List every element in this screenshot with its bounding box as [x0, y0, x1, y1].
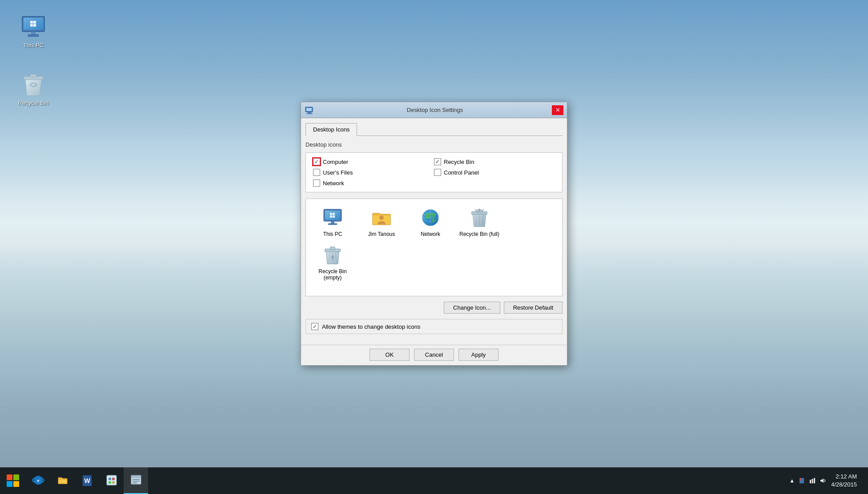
recycle-bin-checkbox-wrap: Recycle Bin — [434, 158, 555, 165]
svg-rect-59 — [131, 475, 141, 478]
icons-grid: This PC — [310, 203, 558, 241]
dialog-title-icon — [305, 105, 314, 115]
svg-rect-64 — [800, 478, 802, 481]
svg-rect-21 — [330, 213, 332, 215]
windows-logo — [7, 474, 19, 487]
taskbar-item-settings[interactable] — [124, 467, 148, 494]
flag-icon — [798, 477, 805, 484]
volume-tray-icon — [820, 477, 827, 484]
tab-desktop-icons[interactable]: Desktop Icons — [305, 123, 357, 136]
jim-tanous-grid-icon — [371, 207, 392, 228]
ok-button[interactable]: OK — [370, 349, 410, 361]
win-logo-green — [13, 474, 19, 480]
allow-themes-label: Allow themes to change desktop icons — [322, 323, 420, 330]
recycle-empty-grid-icon — [322, 244, 343, 266]
control-panel-checkbox-wrap: Control Panel — [434, 169, 555, 176]
grid-icon-this-pc-label: This PC — [323, 231, 342, 237]
dialog-bottom-buttons: OK Cancel Apply — [301, 345, 567, 365]
taskbar-item-word[interactable]: W — [75, 467, 99, 494]
apply-button[interactable]: Apply — [458, 349, 498, 361]
cancel-button[interactable]: Cancel — [414, 349, 454, 361]
svg-rect-23 — [330, 215, 332, 218]
win-logo-red — [7, 474, 12, 480]
grid-icon-recycle-empty[interactable]: Recycle Bin (empty) — [310, 241, 355, 284]
users-files-checkbox[interactable] — [313, 169, 320, 176]
grid-icon-jim-tanous[interactable]: Jim Tanous — [359, 203, 404, 241]
svg-rect-15 — [308, 112, 311, 113]
svg-rect-62 — [133, 482, 137, 483]
checkbox-row-1: Computer Recycle Bin — [313, 158, 555, 165]
svg-rect-66 — [812, 479, 813, 483]
taskbar-clock[interactable]: 2:12 AM 4/28/2015 — [831, 473, 861, 489]
restore-default-button[interactable]: Restore Default — [504, 302, 563, 314]
grid-icon-network[interactable]: Network — [408, 203, 453, 241]
svg-rect-20 — [328, 223, 337, 225]
svg-point-55 — [112, 478, 115, 480]
this-pc-grid-icon — [322, 207, 343, 228]
win-logo-blue — [7, 481, 12, 487]
change-icon-button[interactable]: Change Icon... — [444, 302, 500, 314]
start-button[interactable] — [0, 468, 26, 494]
taskbar-item-file-explorer[interactable] — [50, 467, 75, 494]
grid-icon-this-pc[interactable]: This PC — [310, 203, 355, 241]
recycle-bin-checkbox[interactable] — [434, 158, 441, 165]
svg-point-57 — [112, 481, 115, 484]
checkbox-row-3: Network — [313, 179, 555, 187]
dialog-tabs: Desktop Icons — [305, 123, 563, 136]
win-logo-yellow — [13, 481, 19, 487]
network-checkbox-wrap: Network — [313, 179, 434, 187]
allow-themes-checkbox[interactable] — [311, 323, 318, 330]
svg-rect-18 — [325, 211, 340, 220]
computer-checkbox[interactable] — [313, 158, 320, 165]
svg-rect-67 — [814, 478, 815, 483]
tray-expand[interactable]: ▲ — [789, 478, 795, 484]
grid-icon-recycle-full-label: Recycle Bin (full) — [459, 231, 499, 237]
svg-rect-19 — [331, 221, 334, 223]
recycle-full-grid-icon — [469, 207, 490, 228]
grid-icon-network-label: Network — [421, 231, 440, 237]
clock-date: 4/28/2015 — [831, 481, 857, 489]
clock-time: 2:12 AM — [831, 473, 857, 481]
grid-icon-jim-tanous-label: Jim Tanous — [368, 231, 395, 237]
allow-themes-row: Allow themes to change desktop icons — [305, 319, 563, 334]
icons-grid-section: This PC — [305, 199, 563, 296]
checkboxes-section: Computer Recycle Bin User's Files — [305, 152, 563, 192]
dialog-titlebar: Desktop Icon Settings ✕ — [301, 102, 567, 118]
computer-label: Computer — [323, 159, 348, 165]
svg-rect-44 — [330, 247, 335, 250]
svg-text:W: W — [84, 477, 90, 484]
taskbar-tray: ▲ 2:12 AM 4/ — [789, 473, 868, 489]
icons-grid-row2: Recycle Bin (empty) — [310, 241, 558, 284]
network-label: Network — [323, 180, 344, 187]
dialog-body: Desktop Icons Desktop icons Computer — [301, 118, 567, 345]
svg-point-25 — [379, 215, 384, 220]
tray-icons: ▲ — [789, 477, 827, 484]
dialog-close-button[interactable]: ✕ — [552, 105, 563, 115]
svg-text:e: e — [37, 478, 39, 483]
recycle-bin-label: Recycle Bin — [444, 159, 474, 165]
taskbar-items: e W — [26, 467, 789, 494]
svg-point-28 — [430, 213, 435, 217]
svg-line-36 — [475, 209, 477, 212]
checkbox-row-2: User's Files Control Panel — [313, 169, 555, 176]
control-panel-checkbox[interactable] — [434, 169, 441, 176]
taskbar-item-control-panel[interactable] — [99, 467, 124, 494]
svg-point-29 — [431, 218, 435, 223]
users-files-checkbox-wrap: User's Files — [313, 169, 434, 176]
svg-rect-16 — [306, 113, 313, 114]
desktop-icon-settings-dialog: Desktop Icon Settings ✕ Desktop Icons De… — [301, 102, 567, 366]
svg-rect-53 — [107, 475, 117, 485]
dialog-title: Desktop Icon Settings — [318, 107, 552, 113]
svg-rect-65 — [810, 480, 811, 483]
svg-rect-14 — [306, 108, 312, 111]
svg-rect-60 — [133, 479, 140, 480]
grid-icon-recycle-full[interactable]: Recycle Bin (full) — [457, 203, 502, 241]
control-panel-label: Control Panel — [444, 169, 479, 176]
svg-rect-24 — [333, 215, 335, 218]
network-checkbox[interactable] — [313, 179, 320, 187]
computer-checkbox-wrap: Computer — [313, 158, 434, 165]
desktop: This PC Recycle — [0, 0, 868, 494]
taskbar-item-ie[interactable]: e — [26, 467, 50, 494]
section-label: Desktop icons — [305, 141, 563, 148]
grid-icon-recycle-empty-label: Recycle Bin (empty) — [312, 268, 353, 281]
